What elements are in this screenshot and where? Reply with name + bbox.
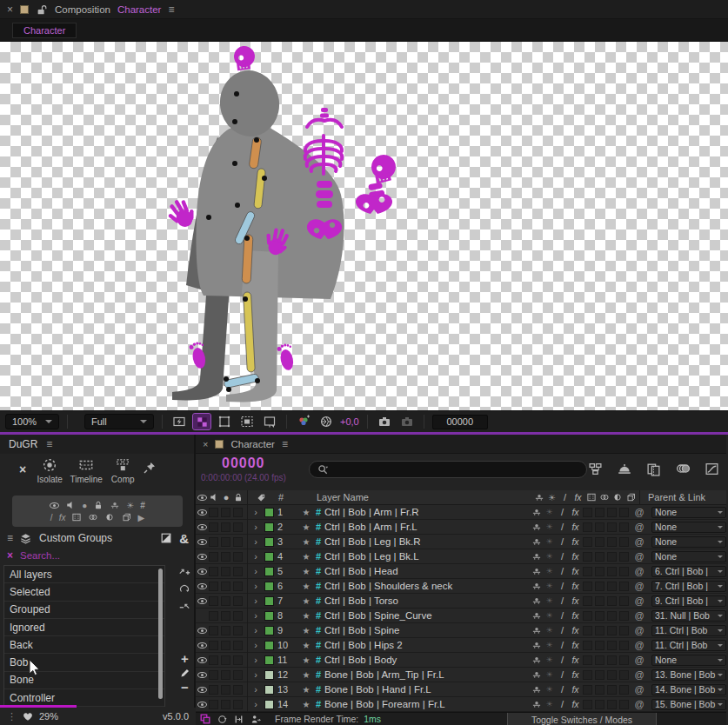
collapse-switch[interactable]: ☀	[543, 611, 556, 620]
layer-name[interactable]: Ctrl | Bob | Shoulders & neck	[324, 581, 530, 591]
label-swatch[interactable]	[264, 582, 274, 591]
pickwhip-icon[interactable]: @	[631, 699, 648, 709]
cube-3d-cell[interactable]	[618, 596, 631, 606]
adjustment-cell[interactable]	[606, 685, 618, 695]
audio-toggle[interactable]	[208, 508, 220, 517]
solo-toggle[interactable]	[220, 567, 232, 576]
expand-arrow[interactable]: ›	[250, 507, 261, 517]
draft-3d-icon[interactable]	[617, 461, 632, 476]
parent-dropdown[interactable]: 7. Ctrl | Bob |	[651, 581, 726, 592]
expand-arrow[interactable]: ›	[250, 625, 261, 635]
lock-toggle[interactable]	[232, 641, 244, 650]
fast-previews-button[interactable]	[170, 414, 188, 429]
collapse-switch[interactable]: ☀	[543, 670, 556, 679]
label-swatch[interactable]	[264, 567, 274, 576]
eye-toggle[interactable]	[196, 672, 208, 678]
layer-name[interactable]: Ctrl | Bob | Hips 2	[324, 640, 530, 650]
timeline-search-box[interactable]	[309, 461, 587, 478]
motion-blur-icon[interactable]	[675, 461, 691, 476]
collapse-column-icon[interactable]: ☀	[545, 493, 558, 502]
parent-dropdown[interactable]: 14. Bone | Bob	[651, 684, 726, 695]
eye-toggle[interactable]	[196, 687, 208, 693]
cube-3d-cell[interactable]	[618, 670, 631, 680]
frame-blend-cell[interactable]	[582, 596, 594, 606]
parent-dropdown[interactable]: 13. Bone | Bob	[651, 669, 726, 681]
mask-visibility-button[interactable]	[216, 414, 233, 429]
collapse-switch[interactable]: ☀	[543, 685, 556, 694]
solo-toggle[interactable]	[220, 522, 232, 532]
cube-3d-cell[interactable]	[618, 508, 631, 517]
layer-name[interactable]: Ctrl | Bob | Arm | Fr.R	[324, 507, 530, 517]
frame-blend-cell[interactable]	[582, 582, 594, 591]
region-of-interest-button[interactable]	[238, 414, 256, 429]
fx-switch[interactable]: fx	[569, 566, 582, 576]
expand-arrow[interactable]: ›	[250, 595, 261, 606]
unlock-icon[interactable]	[36, 3, 48, 16]
quality-switch[interactable]: /	[556, 522, 569, 532]
clear-search-icon[interactable]: ×	[7, 549, 13, 562]
frame-blend-cell[interactable]	[582, 567, 594, 576]
audio-toggle[interactable]	[208, 552, 220, 562]
footprint-controller-right-icon[interactable]	[277, 343, 297, 371]
fx-column-icon[interactable]: fx	[571, 492, 584, 502]
show-snapshot-button[interactable]	[398, 414, 416, 429]
pickwhip-icon[interactable]: @	[631, 522, 648, 532]
fx-switch[interactable]: fx	[569, 655, 582, 665]
shy-column-icon[interactable]	[532, 492, 545, 502]
motion-blur-cell[interactable]	[594, 582, 606, 591]
in-out-icon[interactable]	[233, 714, 244, 725]
motion-blur-cell[interactable]	[594, 522, 606, 532]
motion-blur-cell[interactable]	[594, 626, 606, 635]
frame-blend-cell[interactable]	[582, 611, 594, 621]
motion-blur-cell[interactable]	[594, 670, 606, 680]
adjustment-cell[interactable]	[606, 641, 618, 650]
current-frame[interactable]: 00000	[222, 456, 265, 471]
cube-3d-cell[interactable]	[618, 641, 631, 650]
solo-toggle[interactable]	[220, 582, 232, 591]
audio-toggle[interactable]	[208, 567, 220, 576]
adjustment-cell[interactable]	[606, 626, 618, 635]
eye-column-icon[interactable]	[196, 495, 208, 501]
quality-column-icon[interactable]: /	[558, 492, 571, 502]
table-row[interactable]: › 4 ★ # Ctrl | Bob | Leg | Bk.L ☀ / fx @…	[196, 549, 726, 564]
group-list[interactable]: All layers Selected Grouped Ignored Back…	[3, 565, 165, 707]
lock-toggle[interactable]	[232, 582, 244, 591]
quality-switch[interactable]: /	[556, 684, 569, 695]
pickwhip-icon[interactable]: @	[631, 684, 648, 695]
audio-toggle[interactable]	[208, 670, 220, 680]
pickwhip-icon[interactable]: @	[631, 625, 648, 635]
collapse-switch[interactable]: ☀	[543, 641, 556, 649]
add-to-group-icon[interactable]	[178, 565, 190, 577]
layer-name[interactable]: Ctrl | Bob | Spine_Curve	[324, 610, 530, 621]
adjustment-cell[interactable]	[606, 537, 618, 547]
list-item[interactable]: Selected	[4, 583, 164, 601]
eye-toggle[interactable]	[196, 509, 208, 515]
composition-flowchart-icon[interactable]	[588, 462, 603, 476]
shy-switch[interactable]	[530, 595, 543, 606]
eye-toggle[interactable]	[196, 569, 208, 575]
panel-color-chip[interactable]	[20, 5, 29, 14]
solo-toggle[interactable]	[220, 641, 232, 650]
quality-switch[interactable]: /	[556, 669, 569, 680]
expand-arrow[interactable]: ›	[250, 581, 261, 591]
collapse-switch[interactable]: ☀	[543, 537, 556, 546]
audio-toggle[interactable]	[208, 685, 220, 695]
layer-switches-box[interactable]: ● ☀ # / fx ▶	[12, 496, 183, 527]
audio-toggle[interactable]	[208, 537, 220, 547]
parent-dropdown[interactable]: 15. Bone | Bob	[651, 699, 726, 710]
table-row[interactable]: › 3 ★ # Ctrl | Bob | Leg | Bk.R ☀ / fx @…	[196, 535, 726, 549]
skull2-controller-icon[interactable]	[369, 152, 399, 184]
lock-toggle[interactable]	[232, 522, 244, 532]
cube-3d-cell[interactable]	[618, 655, 631, 665]
timeline-menu-icon[interactable]: ≡	[282, 438, 287, 450]
audio-toggle[interactable]	[208, 522, 220, 532]
collapse-switch[interactable]: ☀	[543, 567, 556, 575]
label-swatch[interactable]	[264, 655, 274, 665]
layer-name[interactable]: Ctrl | Bob | Head	[324, 566, 530, 576]
adjustment-cell[interactable]	[606, 582, 618, 591]
list-scrollbar[interactable]	[158, 569, 163, 699]
fx-switch[interactable]: fx	[569, 640, 582, 650]
quality-switch[interactable]: /	[556, 595, 569, 606]
kebab-menu-icon[interactable]: ⋮	[7, 711, 17, 722]
eye-toggle[interactable]	[196, 598, 208, 604]
